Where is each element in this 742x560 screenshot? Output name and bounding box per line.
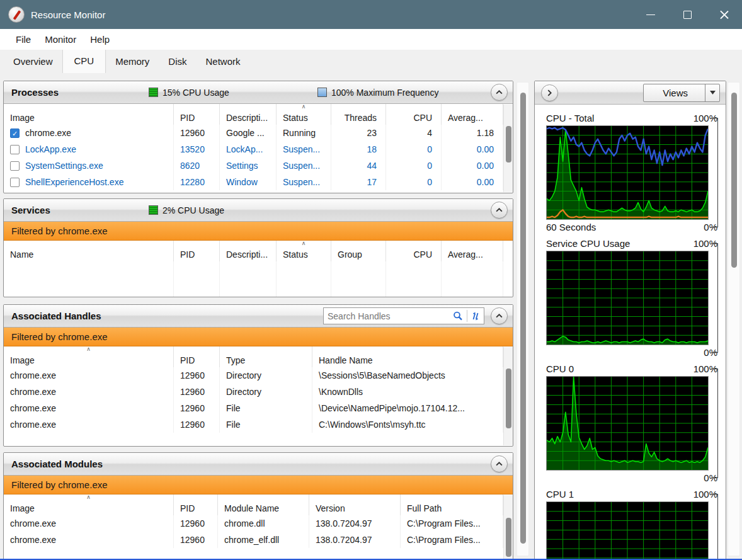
- column-header[interactable]: ∧Module Name: [218, 494, 309, 515]
- column-header[interactable]: ∧PID: [174, 241, 220, 261]
- checkbox-checked[interactable]: ✓: [10, 129, 20, 138]
- menu-help[interactable]: Help: [83, 30, 117, 49]
- main-scroll-thumb[interactable]: [520, 93, 526, 544]
- table-row[interactable]: ✓chrome.exe12960Google ...Running2341.18: [4, 125, 503, 141]
- panel-scroll-thumb[interactable]: [731, 93, 737, 268]
- modules-title: Associated Modules: [11, 459, 103, 469]
- search-icon[interactable]: [452, 310, 464, 323]
- handles-table: ∧Image∧PID∧Type∧Handle Namechrome.exe129…: [4, 346, 503, 433]
- table-cell: ShellExperienceHost.exe: [4, 174, 174, 190]
- column-header[interactable]: ∧Name: [4, 241, 174, 261]
- checkbox-unchecked[interactable]: [10, 178, 20, 187]
- table-cell: 18: [331, 141, 386, 157]
- table-row[interactable]: ShellExperienceHost.exe12280WindowSuspen…: [4, 174, 503, 190]
- modules-table-scrollbar[interactable]: [503, 495, 513, 560]
- column-header[interactable]: ∧Version: [309, 494, 401, 515]
- handles-collapse-button[interactable]: [491, 307, 508, 324]
- processes-collapse-button[interactable]: [491, 84, 508, 101]
- column-header[interactable]: ∧PID: [174, 494, 218, 515]
- cpu1-graph-title: CPU 1: [546, 489, 574, 500]
- column-header[interactable]: ∧Image: [4, 494, 174, 515]
- column-header[interactable]: ∧Averag...: [442, 104, 503, 125]
- column-header[interactable]: ∧PID: [174, 104, 220, 125]
- modules-collapse-button[interactable]: [491, 455, 508, 472]
- views-dropdown-arrow[interactable]: [705, 84, 719, 101]
- processes-table-scrollbar[interactable]: [503, 105, 513, 192]
- column-header[interactable]: ∧Threads: [331, 104, 386, 125]
- maximize-button[interactable]: [669, 0, 705, 29]
- menu-file[interactable]: File: [9, 30, 38, 49]
- modules-filter-bar: Filtered by chrome.exe: [4, 476, 513, 494]
- table-row[interactable]: chrome.exe12960Directory\Sessions\5\Base…: [4, 367, 503, 384]
- column-header[interactable]: ∧CPU: [386, 104, 442, 125]
- table-row[interactable]: chrome.exe12960FileC:\Windows\Fonts\msyh…: [4, 416, 503, 433]
- table-header-row: ∧Image∧PID∧Type∧Handle Name: [4, 346, 503, 367]
- table-cell: C:\Program Files...: [401, 532, 503, 548]
- max-frequency-meter-icon: [317, 88, 327, 97]
- chevron-up-icon: [496, 314, 503, 318]
- column-header[interactable]: ∧Image: [4, 346, 174, 367]
- column-header[interactable]: ∧Handle Name: [312, 346, 503, 367]
- modules-scroll-thumb[interactable]: [506, 518, 511, 557]
- processes-scroll-thumb[interactable]: [506, 126, 511, 163]
- column-header[interactable]: ∧Image: [4, 104, 174, 125]
- handles-header: Associated Handles: [4, 305, 513, 328]
- views-button-label: Views: [644, 84, 705, 101]
- table-cell: C:\Program Files...: [401, 515, 503, 532]
- column-header[interactable]: ∧Full Path: [401, 494, 503, 515]
- services-header: Services 2% CPU Usage: [4, 199, 513, 222]
- column-header[interactable]: ∧Group: [331, 241, 386, 261]
- panel-collapse-button[interactable]: [541, 84, 558, 101]
- table-cell: 12960: [174, 384, 220, 400]
- table-row[interactable]: SystemSettings.exe8620SettingsSuspen...4…: [4, 157, 503, 174]
- checkbox-unchecked[interactable]: [10, 145, 20, 154]
- column-header[interactable]: ∧Descripti...: [220, 104, 277, 125]
- column-header[interactable]: ∧CPU: [386, 241, 442, 261]
- table-cell: LockApp.exe: [4, 141, 174, 157]
- handles-search-box: [323, 307, 484, 324]
- table-cell: Suspen...: [277, 157, 331, 174]
- modules-section: Associated Modules Filtered by chrome.ex…: [3, 452, 513, 560]
- checkbox-unchecked[interactable]: [10, 161, 20, 171]
- tab-overview[interactable]: Overview: [4, 50, 62, 73]
- column-header[interactable]: ∧Averag...: [442, 241, 503, 261]
- column-header[interactable]: ∧Type: [220, 346, 312, 367]
- search-handles-input[interactable]: [324, 311, 452, 321]
- processes-title: Processes: [11, 87, 149, 98]
- tab-network[interactable]: Network: [197, 50, 250, 73]
- views-button[interactable]: Views: [643, 84, 720, 102]
- table-header-row: ∧Image∧PID∧Descripti...∧Status∧Threads∧C…: [4, 104, 503, 125]
- panel-scrollbar[interactable]: [728, 82, 740, 556]
- cpu0-graph-block: CPU 0 100% 0%: [544, 363, 726, 484]
- table-row[interactable]: chrome.exe12960chrome_elf.dll138.0.7204.…: [4, 532, 503, 548]
- sort-ascending-icon: ∧: [302, 104, 306, 110]
- processes-section: Processes 15% CPU Usage 100% Maximum Fre…: [3, 81, 513, 193]
- services-collapse-button[interactable]: [491, 202, 508, 219]
- table-header-row: ∧Name∧PID∧Descripti...∧Status∧Group∧CPU∧…: [4, 241, 503, 261]
- table-row[interactable]: chrome.exe12960Directory\KnownDlls: [4, 384, 503, 400]
- cpu-usage-meter-icon: [149, 88, 158, 97]
- main-scrollbar[interactable]: [517, 82, 529, 556]
- table-row[interactable]: LockApp.exe13520LockAp...Suspen...1800.0…: [4, 141, 503, 157]
- services-filter-label: Filtered by chrome.exe: [11, 226, 108, 236]
- column-header[interactable]: ∧Status: [277, 241, 331, 261]
- tab-cpu[interactable]: CPU: [62, 49, 106, 73]
- handles-scroll-thumb[interactable]: [506, 369, 511, 428]
- table-cell: 12960: [174, 532, 218, 548]
- column-header[interactable]: ∧PID: [174, 346, 220, 367]
- menu-monitor[interactable]: Monitor: [38, 30, 83, 49]
- table-cell: 4: [386, 125, 442, 141]
- minimize-button[interactable]: [632, 0, 669, 29]
- cpu-total-axis-bracket: [712, 118, 718, 227]
- column-header[interactable]: ∧Descripti...: [220, 241, 277, 261]
- close-button[interactable]: [705, 0, 742, 29]
- table-row[interactable]: chrome.exe12960chrome.dll138.0.7204.97C:…: [4, 515, 503, 532]
- tab-disk[interactable]: Disk: [159, 50, 196, 73]
- table-cell: 23: [331, 125, 386, 141]
- handles-table-scrollbar[interactable]: [503, 347, 513, 445]
- handles-filter-bar: Filtered by chrome.exe: [4, 328, 513, 346]
- table-row[interactable]: chrome.exe12960File\Device\NamedPipe\moj…: [4, 400, 503, 416]
- column-header[interactable]: ∧Status: [277, 104, 331, 125]
- tab-memory[interactable]: Memory: [106, 50, 159, 73]
- refresh-icon[interactable]: [469, 310, 482, 323]
